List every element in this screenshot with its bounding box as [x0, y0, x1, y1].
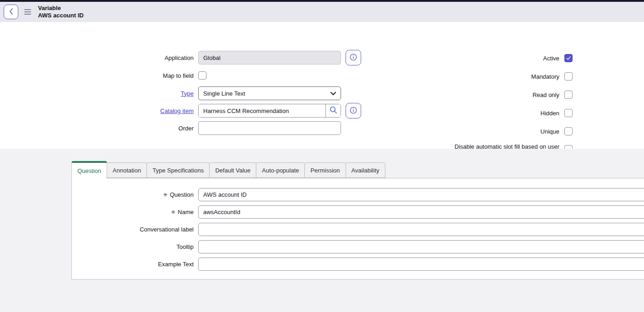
tab-availability[interactable]: Availability: [346, 162, 385, 178]
unique-label: Unique: [0, 128, 559, 135]
example-text-field[interactable]: [198, 258, 644, 271]
conversational-label-label: Conversational label: [140, 226, 194, 233]
hidden-checkbox[interactable]: [564, 109, 573, 117]
chevron-left-icon: [9, 8, 14, 16]
active-label: Active: [0, 55, 559, 62]
tab-type-specifications[interactable]: Type Specifications: [146, 162, 210, 178]
tab-bar: Question Annotation Type Specifications …: [71, 161, 385, 178]
tooltip-label: Tooltip: [176, 243, 194, 250]
back-button[interactable]: [4, 5, 18, 19]
conversational-label-field[interactable]: [198, 223, 644, 236]
tab-permission[interactable]: Permission: [304, 162, 346, 178]
record-name-label: AWS account ID: [38, 12, 84, 19]
question-tab-panel: Question Name Conversational label Toolt…: [71, 178, 644, 280]
tab-section: Question Annotation Type Specifications …: [0, 149, 644, 312]
mandatory-checkbox[interactable]: [564, 72, 573, 81]
read-only-checkbox[interactable]: [564, 91, 573, 99]
tab-auto-populate[interactable]: Auto-populate: [256, 162, 305, 178]
name-field[interactable]: [198, 205, 644, 219]
example-text-label: Example Text: [158, 261, 194, 268]
required-icon: [163, 192, 168, 198]
active-checkbox[interactable]: [564, 54, 573, 62]
record-type-label: Variable: [38, 5, 84, 12]
tab-question[interactable]: Question: [71, 161, 107, 178]
mandatory-label: Mandatory: [0, 73, 559, 80]
tab-default-value[interactable]: Default Value: [209, 162, 256, 178]
required-icon: [171, 209, 175, 215]
context-menu-icon[interactable]: [24, 8, 31, 16]
hidden-label: Hidden: [0, 110, 559, 117]
name-label: Name: [178, 209, 194, 215]
tooltip-field[interactable]: [198, 240, 644, 253]
question-field[interactable]: [198, 188, 644, 201]
unique-checkbox[interactable]: [564, 127, 573, 135]
page-title: Variable AWS account ID: [38, 5, 84, 19]
read-only-label: Read only: [0, 91, 559, 98]
question-label: Question: [170, 191, 194, 198]
header-bar: Variable AWS account ID: [0, 2, 644, 22]
tab-annotation[interactable]: Annotation: [107, 162, 147, 178]
variable-form: Application Map to field Type Single Lin…: [0, 22, 644, 149]
